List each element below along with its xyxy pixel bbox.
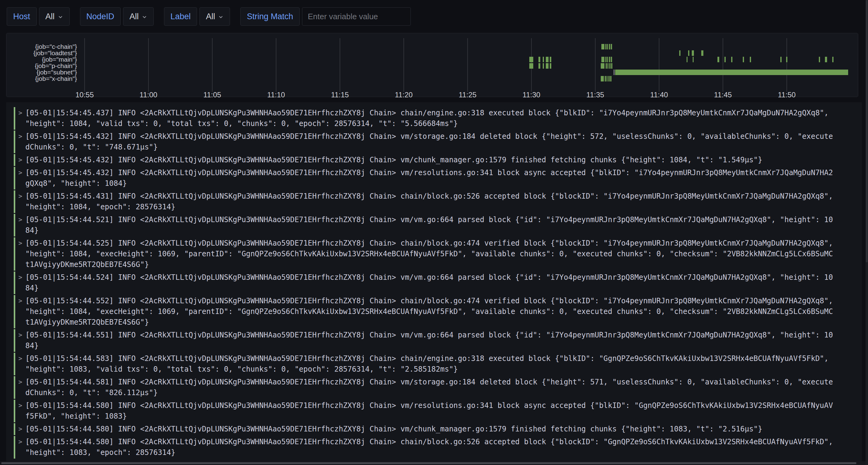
legend-series-label: {job="main"} bbox=[33, 56, 77, 63]
log-volume-mark bbox=[693, 57, 693, 62]
log-rows-panel[interactable]: >[05-01|15:54:45.437] INFO <2AcRkXTLLtQj… bbox=[6, 102, 862, 461]
log-volume-mark bbox=[687, 57, 687, 62]
label-variable-picker[interactable]: All bbox=[199, 7, 230, 26]
expand-chevron-icon[interactable]: > bbox=[15, 214, 25, 225]
log-line-text: [05-01|15:54:44.524] INFO <2AcRkXTLLtQjv… bbox=[25, 272, 834, 294]
log-volume-mark bbox=[692, 51, 694, 56]
time-tick-label: 11:15 bbox=[318, 91, 361, 99]
log-volume-panel[interactable]: {job="c-chain"}{job="loadtest"}{job="mai… bbox=[6, 33, 858, 97]
log-row[interactable]: >[05-01|15:54:45.431] INFO <2AcRkXTLLtQj… bbox=[14, 190, 862, 213]
log-line-text: [05-01|15:54:44.525] INFO <2AcRkXTLLtQjv… bbox=[25, 238, 834, 270]
time-tick-label: 11:00 bbox=[127, 91, 170, 99]
variables-toolbar: Host All NodeID All Label All String Mat… bbox=[7, 7, 411, 26]
log-volume-mark bbox=[611, 63, 612, 69]
log-volume-mark bbox=[546, 63, 549, 69]
time-tick-label: 11:35 bbox=[574, 91, 617, 99]
log-row[interactable]: >[05-01|15:54:44.524] INFO <2AcRkXTLLtQj… bbox=[14, 271, 862, 294]
expand-chevron-icon[interactable]: > bbox=[15, 437, 25, 447]
log-row[interactable]: >[05-01|15:54:44.525] INFO <2AcRkXTLLtQj… bbox=[14, 237, 862, 271]
expand-chevron-icon[interactable]: > bbox=[15, 424, 25, 434]
vertical-scrollbar[interactable] bbox=[866, 0, 868, 465]
log-row[interactable]: >[05-01|15:54:44.580] INFO <2AcRkXTLLtQj… bbox=[14, 436, 862, 459]
time-tick-label: 11:05 bbox=[191, 91, 234, 99]
variable-host: Host All bbox=[7, 7, 70, 26]
axis-gridline bbox=[276, 38, 276, 92]
log-line-text: [05-01|15:54:45.432] INFO <2AcRkXTLLtQjv… bbox=[25, 131, 834, 153]
log-volume-mark bbox=[607, 44, 608, 49]
log-volume-mark bbox=[609, 57, 610, 62]
variable-label: Label All bbox=[164, 7, 230, 26]
log-line-text: [05-01|15:54:44.521] INFO <2AcRkXTLLtQjv… bbox=[25, 214, 834, 236]
log-volume-mark bbox=[731, 57, 733, 62]
horizontal-scrollbar-thumb[interactable] bbox=[1, 462, 857, 464]
log-line-text: [05-01|15:54:44.581] INFO <2AcRkXTLLtQjv… bbox=[25, 377, 834, 398]
log-row[interactable]: >[05-01|15:54:44.583] INFO <2AcRkXTLLtQj… bbox=[14, 353, 862, 375]
axis-gridline bbox=[403, 38, 404, 92]
log-row[interactable]: >[05-01|15:54:44.581] INFO <2AcRkXTLLtQj… bbox=[14, 376, 862, 399]
log-volume-mark bbox=[609, 63, 611, 69]
time-tick-label: 11:40 bbox=[638, 91, 680, 99]
log-volume-mark bbox=[543, 57, 544, 62]
expand-chevron-icon[interactable]: > bbox=[15, 167, 25, 178]
log-volume-mark bbox=[538, 63, 540, 69]
log-line-text: [05-01|15:54:44.580] INFO <2AcRkXTLLtQjv… bbox=[25, 424, 834, 434]
log-line-text: [05-01|15:54:45.431] INFO <2AcRkXTLLtQjv… bbox=[25, 191, 834, 212]
time-tick-label: 11:10 bbox=[255, 91, 298, 99]
log-row[interactable]: >[05-01|15:54:45.432] INFO <2AcRkXTLLtQj… bbox=[14, 154, 862, 166]
log-volume-mark bbox=[743, 57, 744, 62]
log-row[interactable]: >[05-01|15:54:45.432] INFO <2AcRkXTLLtQj… bbox=[14, 167, 862, 190]
expand-chevron-icon[interactable]: > bbox=[15, 400, 25, 411]
horizontal-scrollbar[interactable] bbox=[0, 461, 868, 465]
chevron-down-icon bbox=[58, 12, 63, 22]
log-line-text: [05-01|15:54:44.583] INFO <2AcRkXTLLtQjv… bbox=[25, 353, 834, 375]
log-volume-mark bbox=[608, 63, 609, 69]
log-volume-mark bbox=[750, 57, 751, 62]
vertical-scrollbar-thumb[interactable] bbox=[866, 0, 868, 262]
expand-chevron-icon[interactable]: > bbox=[15, 296, 25, 306]
log-volume-mark bbox=[538, 57, 540, 62]
log-volume-mark bbox=[607, 57, 608, 62]
legend-series-label: {job="subnet"} bbox=[33, 69, 77, 75]
chevron-down-icon bbox=[142, 12, 147, 22]
nodeid-variable-label: NodeID bbox=[80, 7, 121, 26]
nodeid-variable-picker[interactable]: All bbox=[123, 7, 154, 26]
expand-chevron-icon[interactable]: > bbox=[15, 155, 25, 165]
log-volume-mark bbox=[609, 76, 610, 81]
expand-chevron-icon[interactable]: > bbox=[15, 353, 25, 364]
log-row[interactable]: >[05-01|15:54:44.551] INFO <2AcRkXTLLtQj… bbox=[14, 329, 862, 352]
time-tick-label: 10:55 bbox=[63, 91, 106, 99]
expand-chevron-icon[interactable]: > bbox=[15, 191, 25, 202]
expand-chevron-icon[interactable]: > bbox=[15, 131, 25, 142]
log-line-text: [05-01|15:54:45.437] INFO <2AcRkXTLLtQjv… bbox=[25, 108, 834, 129]
log-volume-mark bbox=[724, 57, 726, 62]
expand-chevron-icon[interactable]: > bbox=[15, 238, 25, 249]
series-legend: {job="c-chain"}{job="loadtest"}{job="mai… bbox=[33, 43, 77, 82]
axis-gridline bbox=[786, 38, 787, 92]
log-volume-mark bbox=[607, 76, 608, 81]
log-volume-mark bbox=[717, 57, 719, 62]
host-variable-label: Host bbox=[7, 7, 37, 26]
expand-chevron-icon[interactable]: > bbox=[15, 377, 25, 388]
expand-chevron-icon[interactable]: > bbox=[15, 330, 25, 340]
variable-string-match: String Match bbox=[240, 7, 411, 26]
log-row[interactable]: >[05-01|15:54:44.580] INFO <2AcRkXTLLtQj… bbox=[14, 400, 862, 422]
log-row[interactable]: >[05-01|15:54:45.437] INFO <2AcRkXTLLtQj… bbox=[14, 107, 862, 130]
log-volume-mark bbox=[601, 57, 604, 62]
log-line-text: [05-01|15:54:44.580] INFO <2AcRkXTLLtQjv… bbox=[25, 437, 834, 458]
expand-chevron-icon[interactable]: > bbox=[15, 108, 25, 119]
legend-series-label: {job="loadtest"} bbox=[33, 50, 77, 56]
string-match-input[interactable] bbox=[302, 7, 411, 26]
host-variable-picker[interactable]: All bbox=[39, 7, 70, 26]
log-volume-mark bbox=[529, 57, 533, 62]
log-row[interactable]: >[05-01|15:54:45.432] INFO <2AcRkXTLLtQj… bbox=[14, 131, 862, 153]
log-volume-mark bbox=[605, 57, 607, 62]
log-row[interactable]: >[05-01|15:54:44.521] INFO <2AcRkXTLLtQj… bbox=[14, 214, 862, 236]
nodeid-variable-value: All bbox=[129, 12, 139, 21]
log-volume-mark bbox=[543, 63, 544, 69]
log-line-text: [05-01|15:54:45.432] INFO <2AcRkXTLLtQjv… bbox=[25, 167, 834, 189]
log-row[interactable]: >[05-01|15:54:44.552] INFO <2AcRkXTLLtQj… bbox=[14, 295, 862, 328]
log-volume-mark bbox=[611, 57, 612, 62]
axis-gridline bbox=[84, 38, 85, 92]
log-row[interactable]: >[05-01|15:54:44.580] INFO <2AcRkXTLLtQj… bbox=[14, 423, 862, 435]
expand-chevron-icon[interactable]: > bbox=[15, 272, 25, 283]
